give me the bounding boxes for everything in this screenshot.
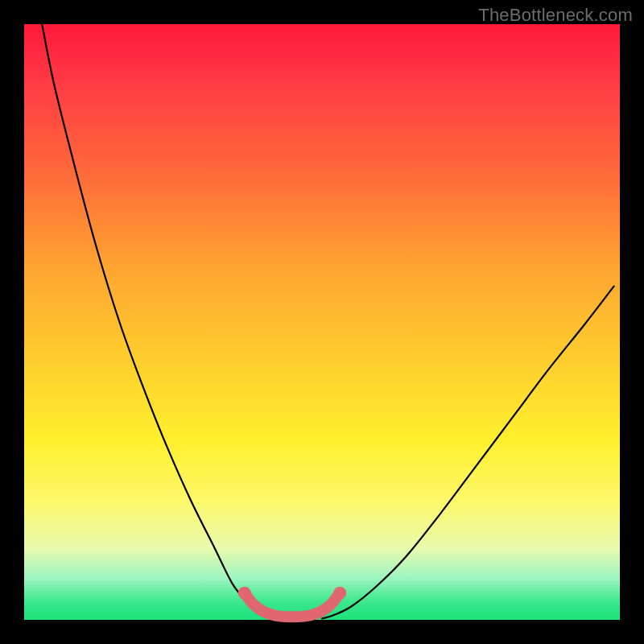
chart-svg [24,24,620,620]
valley-end-dot-right-icon [333,587,346,600]
chart-frame: TheBottleneck.com [0,0,644,644]
left-curve-path [42,24,275,619]
valley-overlay-path [245,593,340,617]
chart-plot-area [24,24,620,620]
watermark-text: TheBottleneck.com [478,5,633,26]
right-curve-path [322,287,614,619]
valley-end-dot-left-icon [238,587,251,600]
